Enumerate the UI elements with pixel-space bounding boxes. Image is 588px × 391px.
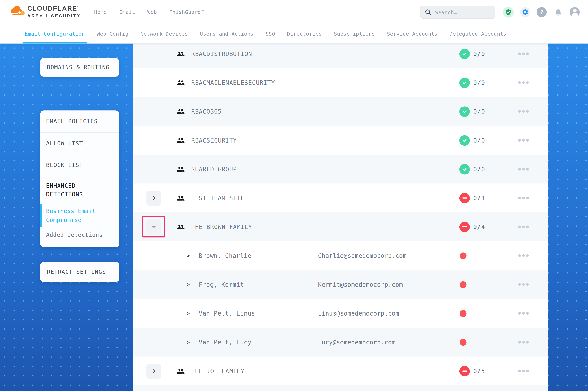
member-chevron-icon[interactable]: > — [186, 281, 190, 288]
cloudflare-logo[interactable]: CLOUDFLARE’ AREA 1 SECURITY — [8, 3, 81, 18]
header-status-icons: ? — [503, 0, 580, 24]
member-row[interactable]: > Frog, Kermit Kermit@somedemocorp.com — [133, 270, 548, 299]
tab-sso[interactable]: SSO — [266, 24, 275, 43]
search-box[interactable] — [420, 5, 495, 19]
row-menu-button[interactable] — [516, 280, 531, 289]
row-menu-button[interactable] — [516, 136, 531, 145]
row-menu-button[interactable] — [516, 165, 531, 174]
chevron-right-icon — [152, 196, 156, 200]
trademark-mark: ’ — [77, 5, 79, 9]
sidebar-item-business-email-compromise[interactable]: Business Email Compromise — [40, 203, 119, 227]
member-chevron-icon[interactable]: > — [186, 339, 190, 346]
sidebar-item-retract-settings[interactable]: RETRACT SETTINGS — [40, 262, 119, 282]
sidebar-item-block-list[interactable]: BLOCK LIST — [40, 154, 119, 176]
top-nav-item[interactable]: Email — [119, 9, 135, 15]
top-header: CLOUDFLARE’ AREA 1 SECURITY HomeEmailWeb… — [0, 0, 588, 24]
member-name: Frog, Kermit — [199, 281, 244, 288]
chevron-right-icon — [152, 369, 156, 373]
group-people-icon — [177, 136, 185, 144]
member-count: 0/0 — [473, 79, 485, 86]
group-row[interactable]: RBACMAILENABLESECURITY 0/0 — [133, 68, 548, 97]
account-avatar-icon[interactable] — [570, 7, 580, 17]
check-icon — [462, 109, 467, 114]
group-row[interactable]: TEST TEAM SITE 0/1 — [133, 184, 548, 212]
tab-network-devices[interactable]: Network Devices — [141, 24, 188, 43]
tab-email-configuration[interactable]: Email Configuration — [25, 24, 85, 43]
group-row[interactable]: RBACDISTRUBUTION 0/0 — [133, 43, 548, 68]
top-nav-item[interactable]: Home — [94, 9, 107, 15]
group-row[interactable]: THE BROWN FAMILY 0/4 — [133, 212, 548, 241]
row-menu-button[interactable] — [516, 222, 531, 231]
sidebar: DOMAINS & ROUTING EMAIL POLICIESALLOW LI… — [40, 58, 119, 282]
group-row[interactable]: RBACSECURITY 0/0 — [133, 126, 548, 155]
expand-toggle-button[interactable] — [146, 190, 161, 205]
status-dot — [460, 310, 467, 317]
row-menu-button[interactable] — [516, 49, 531, 58]
member-row[interactable]: > Brown, Charlie Charlie@somedemocorp.co… — [133, 241, 548, 270]
group-people-icon — [177, 367, 185, 375]
member-count: 0/0 — [473, 166, 485, 173]
member-chevron-icon[interactable]: > — [186, 310, 190, 317]
minus-icon — [462, 197, 467, 198]
section-tabs: Email ConfigurationWeb ConfigNetwork Dev… — [0, 24, 588, 43]
row-menu-button[interactable] — [516, 309, 531, 318]
tab-directories[interactable]: Directories — [287, 24, 322, 43]
member-count: 0/0 — [473, 50, 485, 57]
top-nav-item[interactable]: PhishGuard™ — [169, 9, 204, 15]
group-row[interactable]: RBACO365 0/0 — [133, 97, 548, 126]
top-nav-item[interactable]: Web — [147, 9, 157, 15]
notifications-bell-icon[interactable] — [553, 7, 563, 17]
tab-subscriptions[interactable]: Subscriptions — [334, 24, 375, 43]
status-dot — [460, 281, 467, 288]
group-people-icon — [177, 223, 185, 231]
sidebar-item-added-detections[interactable]: Added Detections — [40, 228, 119, 243]
status-badge — [459, 77, 470, 88]
shield-check-icon[interactable] — [503, 6, 514, 17]
status-badge — [459, 48, 470, 59]
check-icon — [462, 138, 467, 143]
check-icon — [462, 51, 467, 56]
sidebar-item-email-policies[interactable]: EMAIL POLICIES — [40, 110, 119, 132]
search-icon — [425, 9, 431, 15]
row-menu-button[interactable] — [516, 338, 531, 347]
check-icon — [462, 80, 467, 85]
search-input[interactable] — [435, 9, 487, 15]
tab-users-and-actions[interactable]: Users and Actions — [200, 24, 254, 43]
groups-panel: RBACDISTRUBUTION 0/0 RBACMAILENABLESECUR… — [133, 43, 548, 391]
member-chevron-icon[interactable]: > — [186, 252, 190, 259]
member-row[interactable]: > Van Pelt, Linus Linus@somedemocorp.com — [133, 299, 548, 328]
row-menu-button[interactable] — [516, 194, 531, 202]
group-row[interactable]: SHARED_GROUP 0/0 — [133, 155, 548, 184]
minus-icon — [462, 370, 467, 372]
member-count: 0/0 — [473, 108, 485, 115]
status-badge — [459, 135, 470, 145]
brand-subtitle: AREA 1 SECURITY — [27, 13, 81, 18]
expand-toggle-button[interactable] — [146, 219, 161, 234]
sidebar-item-label: DOMAINS & ROUTING — [47, 64, 110, 71]
status-badge — [459, 193, 470, 203]
group-name: THE BROWN FAMILY — [191, 223, 252, 230]
sidebar-item-enhanced-detections[interactable]: ENHANCED DETECTIONS — [40, 176, 119, 203]
member-row[interactable]: > Van Pelt, Lucy Lucy@somedemocorp.com — [133, 328, 548, 357]
help-icon[interactable]: ? — [537, 7, 547, 17]
status-badge — [459, 106, 470, 116]
sidebar-policies-card: EMAIL POLICIESALLOW LISTBLOCK LISTENHANC… — [40, 110, 119, 247]
row-menu-button[interactable] — [516, 78, 531, 87]
member-count: 0/4 — [473, 223, 485, 230]
group-name: RBACO365 — [191, 108, 222, 115]
sidebar-item-domains-routing[interactable]: DOMAINS & ROUTING — [40, 58, 119, 77]
group-name: RBACSECURITY — [191, 137, 237, 144]
row-menu-button[interactable] — [516, 367, 531, 376]
row-menu-button[interactable] — [516, 251, 531, 260]
tab-delegated-accounts[interactable]: Delegated Accounts — [449, 24, 506, 43]
tab-service-accounts[interactable]: Service Accounts — [387, 24, 438, 43]
tab-web-config[interactable]: Web Config — [97, 24, 128, 43]
expand-toggle-button[interactable] — [146, 364, 161, 379]
group-people-icon — [177, 79, 185, 87]
row-menu-button[interactable] — [516, 107, 531, 116]
sidebar-item-allow-list[interactable]: ALLOW LIST — [40, 132, 119, 154]
group-row[interactable]: THE JOE FAMILY 0/5 — [133, 357, 548, 386]
status-dot — [460, 339, 467, 346]
member-email: Linus@somedemocorp.com — [318, 310, 399, 317]
settings-gear-icon[interactable] — [520, 7, 530, 17]
